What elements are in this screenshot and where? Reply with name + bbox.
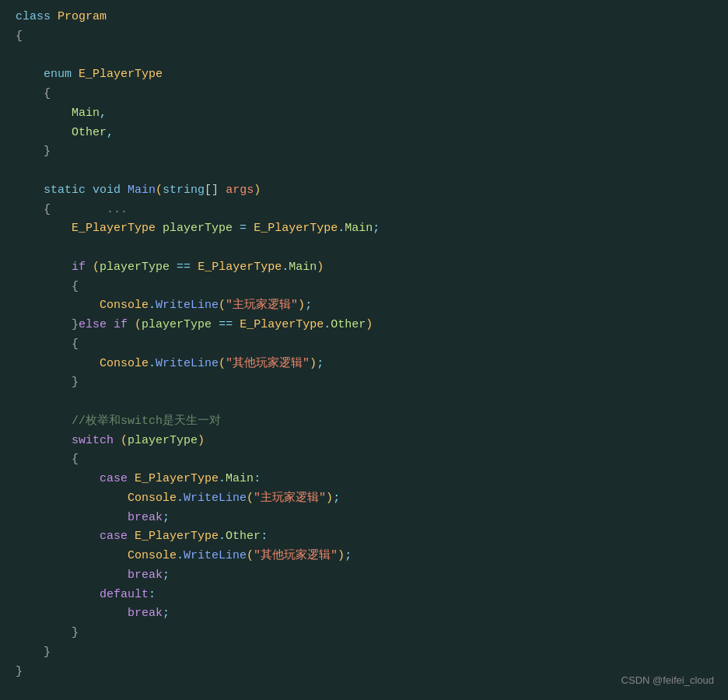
code-content: class Program { enum E_PlayerType { Main…: [16, 8, 712, 681]
code-editor: class Program { enum E_PlayerType { Main…: [0, 0, 728, 700]
watermark: CSDN @feifei_cloud: [621, 673, 714, 689]
